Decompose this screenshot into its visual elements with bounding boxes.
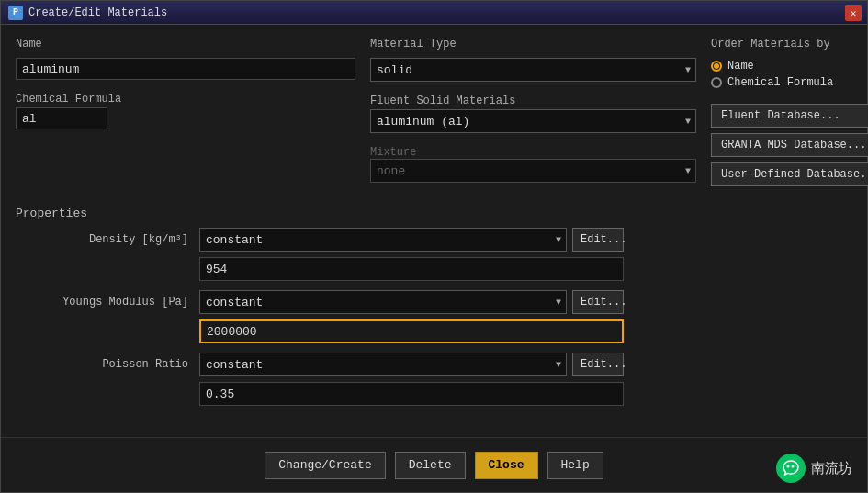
density-edit-button[interactable]: Edit... (572, 228, 624, 252)
density-control: constant Edit... (199, 228, 624, 252)
order-radio-group: Name Chemical Formula (711, 60, 868, 89)
density-value-input[interactable] (199, 257, 624, 281)
youngs-value-input[interactable] (199, 319, 624, 343)
youngs-label: Youngs Modulus [Pa] (16, 296, 199, 308)
title-bar: P Create/Edit Materials ✕ (1, 1, 867, 25)
user-database-button[interactable]: User-Defined Database... (711, 162, 868, 186)
watermark: 南流坊 (776, 454, 852, 483)
youngs-method-wrapper: constant (199, 290, 567, 314)
main-window: P Create/Edit Materials ✕ Name Chemical … (0, 0, 868, 493)
order-name-radio[interactable]: Name (711, 60, 868, 73)
poisson-value-input[interactable] (199, 382, 624, 406)
chem-formula-input[interactable] (16, 107, 107, 129)
fluent-solid-select[interactable]: aluminum (al) (370, 109, 696, 133)
youngs-control: constant Edit... (199, 290, 624, 314)
wechat-icon (776, 454, 806, 483)
youngs-value-row (16, 319, 852, 343)
close-button[interactable]: Close (475, 452, 538, 479)
mixture-label: Mixture (370, 146, 696, 159)
mid-column: Material Type solid fluid mixture Fluent… (370, 38, 696, 186)
density-method-wrapper: constant (199, 228, 567, 252)
content-area: Name Chemical Formula Material Type soli… (1, 25, 867, 437)
window-title: Create/Edit Materials (28, 6, 167, 19)
density-label: Density [kg/m³] (16, 233, 199, 246)
mixture-wrapper: none (370, 159, 696, 183)
density-row: Density [kg/m³] constant Edit... (16, 228, 852, 252)
material-type-label: Material Type (370, 38, 696, 50)
material-type-select[interactable]: solid fluid mixture (370, 58, 696, 82)
order-chem-radio[interactable]: Chemical Formula (711, 76, 868, 89)
order-name-label: Name (727, 60, 754, 73)
poisson-method-wrapper: constant (199, 353, 567, 376)
left-column: Name Chemical Formula (16, 38, 355, 186)
poisson-method-select[interactable]: constant (199, 353, 567, 376)
properties-header: Properties (16, 207, 852, 220)
poisson-control: constant Edit... (199, 353, 624, 376)
poisson-value-row (16, 382, 852, 406)
name-input[interactable] (16, 58, 355, 80)
help-button[interactable]: Help (547, 452, 603, 479)
youngs-method-select[interactable]: constant (199, 290, 567, 314)
order-chem-label: Chemical Formula (727, 76, 833, 89)
fluent-solid-wrapper: aluminum (al) (370, 109, 696, 133)
density-value-row (16, 257, 852, 281)
poisson-edit-button[interactable]: Edit... (572, 353, 624, 376)
right-column: Order Materials by Name Chemical Formula… (711, 38, 868, 186)
density-method-select[interactable]: constant (199, 228, 567, 252)
order-chem-radio-indicator (711, 77, 722, 88)
mixture-select[interactable]: none (370, 159, 696, 183)
top-section: Name Chemical Formula Material Type soli… (16, 38, 852, 186)
fluent-database-button[interactable]: Fluent Database... (711, 104, 868, 128)
svg-point-1 (792, 465, 795, 468)
close-window-button[interactable]: ✕ (845, 5, 862, 21)
youngs-edit-button[interactable]: Edit... (572, 290, 624, 314)
change-create-button[interactable]: Change/Create (265, 452, 385, 479)
chem-formula-label: Chemical Formula (16, 93, 355, 106)
app-icon: P (8, 6, 23, 20)
fluent-solid-label: Fluent Solid Materials (370, 95, 696, 107)
order-by-label: Order Materials by (711, 38, 868, 50)
order-name-radio-indicator (711, 61, 722, 72)
granta-database-button[interactable]: GRANTA MDS Database... (711, 133, 868, 157)
watermark-text: 南流坊 (811, 460, 852, 477)
properties-section: Properties Density [kg/m³] constant Edit… (16, 197, 852, 428)
poisson-label: Poisson Ratio (16, 358, 199, 371)
material-type-wrapper: solid fluid mixture (370, 58, 696, 82)
poisson-row: Poisson Ratio constant Edit... (16, 353, 852, 376)
youngs-row: Youngs Modulus [Pa] constant Edit... (16, 290, 852, 314)
delete-button[interactable]: Delete (395, 452, 466, 479)
svg-point-0 (787, 465, 790, 468)
name-label: Name (16, 38, 355, 50)
bottom-bar: Change/Create Delete Close Help 南流坊 (1, 437, 867, 492)
